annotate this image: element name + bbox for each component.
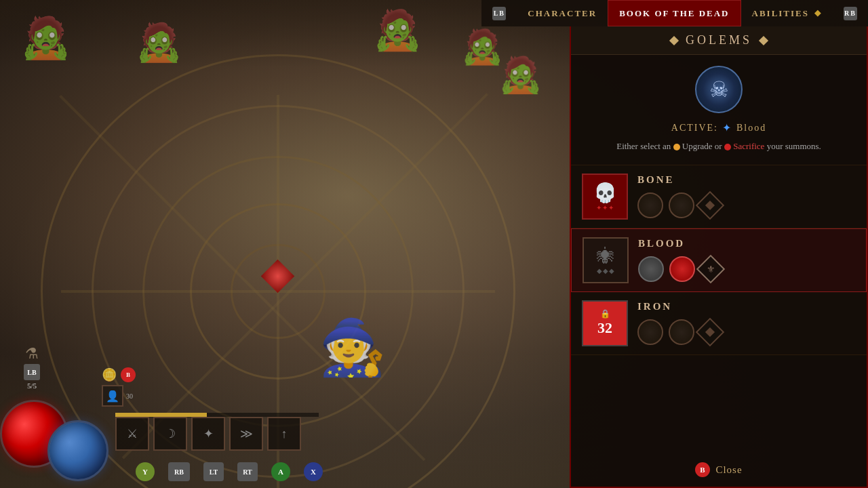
mana-orb <box>47 420 108 481</box>
skill-slot-2[interactable]: ☽ <box>153 417 187 451</box>
ctrl-rb-item: RB <box>168 462 190 481</box>
blood-spider-icon: 🕷 <box>597 246 614 267</box>
nav-lb-button[interactable]: LB <box>481 0 517 26</box>
ctrl-rt-item: RT <box>237 462 258 481</box>
spark-icon: ✦ <box>722 121 732 134</box>
active-golem-icon <box>695 66 743 113</box>
iron-slot-3[interactable] <box>696 318 724 346</box>
ctrl-y: Y <box>136 462 155 481</box>
close-button[interactable]: B Close <box>571 453 867 487</box>
figure-4: 🧟 <box>461 27 503 66</box>
iron-number: 32 <box>597 319 612 337</box>
action-text-2: or <box>715 141 722 151</box>
figure-1: 🧟 <box>20 14 71 62</box>
blood-golem-row[interactable]: 🕷 ◆◆◆ BLOOD ⚜ <box>571 228 867 292</box>
lb-stack-count: 5/5 <box>27 382 37 390</box>
active-text: ACTIVE: <box>671 123 718 134</box>
blood-slot-2[interactable] <box>669 256 695 282</box>
spacer <box>571 355 867 453</box>
controller-row: Y RB LT RT A X <box>136 462 323 481</box>
nav-abilities-button[interactable]: ABILITIES ◆ <box>741 0 833 26</box>
lb-button-hud: LB <box>24 364 40 380</box>
active-golem-section: ACTIVE: ✦ Blood Either select an Upgrade… <box>571 55 867 165</box>
iron-golem-info: IRON <box>637 301 856 345</box>
bone-golem-row[interactable]: 💀 ✦✦✦ BONE <box>571 165 867 228</box>
main-panel: GOLEMS ACTIVE: ✦ Blood Either select an … <box>570 26 868 488</box>
iron-slot-3-inner <box>705 327 715 337</box>
action-text-3: your summons. <box>767 141 821 151</box>
nav-character-button[interactable]: CHARACTER <box>517 0 608 26</box>
figure-3: 🧟 <box>373 7 422 53</box>
abilities-diamond-icon: ◆ <box>814 8 822 18</box>
panel-title: GOLEMS <box>686 33 752 47</box>
flask-icon: ⚗ <box>25 345 39 363</box>
skill-icon-2: ☽ <box>165 426 176 441</box>
blood-golem-info: BLOOD ⚜ <box>638 238 855 282</box>
coin-icon: 🪙 <box>102 367 117 382</box>
skill-slot-1[interactable]: ⚔ <box>115 417 149 451</box>
b-button-icon: B <box>695 462 710 477</box>
action-text: Either select an Upgrade or Sacrifice yo… <box>616 140 821 154</box>
bone-slot-1[interactable] <box>637 192 663 218</box>
blood-slot-3[interactable]: ⚜ <box>696 255 725 283</box>
action-text-1: Either select an <box>616 141 671 151</box>
abilities-label: ABILITIES <box>752 8 809 19</box>
fleur-icon: ⚜ <box>707 264 715 275</box>
bone-golem-name: BONE <box>637 174 856 186</box>
skill-slot-4[interactable]: ≫ <box>229 417 263 451</box>
iron-slot-2[interactable] <box>669 319 694 345</box>
header-diamond-right <box>759 35 768 45</box>
blood-sub-icon: ◆◆◆ <box>597 267 615 274</box>
blood-slot-1[interactable] <box>638 256 664 282</box>
ctrl-x-item: X <box>304 462 323 481</box>
character-label: CHARACTER <box>528 8 597 19</box>
book-label: BOOK OF THE DEAD <box>619 8 729 19</box>
lt-button[interactable]: LT <box>203 462 224 481</box>
skill-slot-5[interactable]: ↑ <box>267 417 301 451</box>
red-badge: B <box>121 367 136 382</box>
x-button[interactable]: X <box>304 462 323 481</box>
bone-slot-3[interactable] <box>696 191 724 220</box>
blood-golem-slots: ⚜ <box>638 256 855 282</box>
upgrade-dot-icon <box>673 144 680 150</box>
skill-slot-3[interactable]: ✦ <box>191 417 225 451</box>
iron-slot-1[interactable] <box>637 319 663 345</box>
bone-golem-info: BONE <box>637 174 856 218</box>
lock-icon: 🔒 <box>600 309 610 319</box>
iron-golem-slots <box>637 319 856 345</box>
iron-golem-thumbnail: 🔒 32 <box>582 300 628 346</box>
ctrl-a-item: A <box>271 462 290 481</box>
blood-golem-thumbnail: 🕷 ◆◆◆ <box>583 237 629 283</box>
rb-button[interactable]: RB <box>168 462 190 481</box>
rt-button[interactable]: RT <box>237 462 258 481</box>
lb-indicator: ⚗ LB 5/5 <box>24 345 40 390</box>
nav-book-button[interactable]: BOOK OF THE DEAD <box>608 0 741 26</box>
iron-golem-row[interactable]: 🔒 32 IRON <box>571 292 867 355</box>
mini-hud-area: 🪙 B 👤 30 <box>102 367 136 407</box>
y-button[interactable]: Y <box>136 462 155 481</box>
bone-golem-thumbnail: 💀 ✦✦✦ <box>582 174 628 220</box>
bone-slot-3-inner <box>705 201 715 210</box>
bone-sub-icon: ✦✦✦ <box>596 204 614 211</box>
character-silhouette: 🧙 <box>319 316 387 380</box>
panel-header: GOLEMS <box>571 26 867 55</box>
ctrl-lt-item: LT <box>203 462 224 481</box>
sacrifice-label: Sacrifice <box>733 141 764 151</box>
figure-2: 🧟 <box>136 20 182 64</box>
a-button[interactable]: A <box>271 462 290 481</box>
iron-golem-name: IRON <box>637 301 856 312</box>
skill-icon-4: ≫ <box>240 426 253 441</box>
bone-golem-slots <box>637 192 856 218</box>
close-label: Close <box>715 464 742 476</box>
nav-rb-button[interactable]: RB <box>833 0 868 26</box>
skill-icon-3: ✦ <box>203 426 214 441</box>
blood-golem-name: BLOOD <box>638 238 855 249</box>
rb-controller-btn: RB <box>844 7 857 20</box>
bone-slot-2[interactable] <box>669 192 694 218</box>
active-label: ACTIVE: ✦ Blood <box>671 121 766 134</box>
mini-portrait: 👤 <box>102 385 123 407</box>
iron-golem-number-display: 🔒 32 <box>583 302 627 345</box>
header-diamond-left <box>669 35 679 45</box>
top-navigation: LB CHARACTER BOOK OF THE DEAD ABILITIES … <box>481 0 868 26</box>
resource-number: 30 <box>126 392 133 400</box>
